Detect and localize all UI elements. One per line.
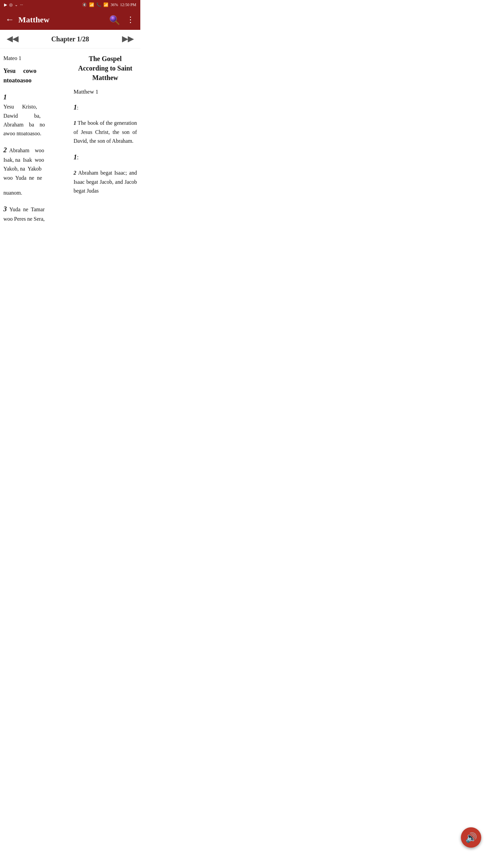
prev-chapter-button[interactable]: ◀◀ <box>7 35 18 43</box>
back-button[interactable]: ← <box>5 15 14 25</box>
left-verse-2: 2 Abraham woo Isak, na Isak woo Yakob, n… <box>3 144 67 182</box>
right-section-marker: 1: <box>74 152 137 162</box>
ellipsis-icon: ··· <box>20 2 23 7</box>
right-verse-1-header: 1: <box>74 102 137 113</box>
app-bar-right: ⋮ <box>107 13 135 26</box>
youtube-icon: ▶ <box>4 2 7 7</box>
left-verse-3: 3 Yuda ne Tamar woo Peres ne Sera, <box>3 203 67 223</box>
wifi-icon: 📶 <box>89 2 94 7</box>
right-verse-1-num: 1 <box>74 103 77 111</box>
content-area: Mateo 1 Yesu cowontoatoasoo 1 Yesu Krist… <box>0 48 140 235</box>
search-button[interactable] <box>107 13 121 26</box>
left-verse-3-num: 3 <box>3 205 7 213</box>
search-icon <box>108 14 120 26</box>
right-verse-2-num-inline: 2 <box>74 170 76 176</box>
chapter-label: Chapter 1/28 <box>51 35 89 43</box>
right-verse-2-text: 2 Abraham begat Isaac; and Isaac begat J… <box>74 169 137 195</box>
right-verse-2-body: 2 Abraham begat Isaac; and Isaac begat J… <box>74 169 137 195</box>
right-book-title: The GospelAccording to SaintMatthew <box>74 54 137 82</box>
left-column: Mateo 1 Yesu cowontoatoasoo 1 Yesu Krist… <box>3 54 69 230</box>
left-verse-1-num: 1 <box>3 93 7 101</box>
right-verse-1-colon: : <box>77 105 78 111</box>
left-verse-3-body: 3 Yuda ne Tamar woo Peres ne Sera, <box>3 203 67 223</box>
signal-icon: 📶 <box>103 2 108 7</box>
chapter-navigation: ◀◀ Chapter 1/28 ▶▶ <box>0 30 140 48</box>
time-display: 12:50 PM <box>120 2 136 7</box>
mute-icon: 🔇 <box>82 2 87 7</box>
app-bar-left: ← Matthew <box>5 15 49 25</box>
right-verse-1-text: 1 The book of the generation of Jesus Ch… <box>74 119 137 145</box>
battery-level: 36% <box>110 2 118 7</box>
more-options-button[interactable]: ⋮ <box>126 15 135 24</box>
left-verse-2-continuation: nuanom. <box>3 189 67 197</box>
left-verse-2-body: 2 Abraham woo Isak, na Isak woo Yakob, n… <box>3 144 67 182</box>
target-icon: ◎ <box>9 2 13 7</box>
status-bar: ▶ ◎ ⌄ ··· 🔇 📶 📞 📶 36% 12:50 PM <box>0 0 140 9</box>
next-chapter-button[interactable]: ▶▶ <box>122 35 134 43</box>
left-verse-1-body: Yesu Kristo, Dawid ba, Abraham ba no awo… <box>3 102 67 138</box>
right-verse-1-body: 1 The book of the generation of Jesus Ch… <box>74 119 137 145</box>
right-section-colon: : <box>77 154 79 161</box>
phone-icon: 📞 <box>96 2 101 7</box>
status-left-icons: ▶ ◎ ⌄ ··· <box>4 2 23 7</box>
right-column: The GospelAccording to SaintMatthew Matt… <box>72 54 137 230</box>
left-intro-text: Yesu cowontoatoasoo <box>3 67 37 84</box>
left-verse-1: 1 Yesu Kristo, Dawid ba, Abraham ba no a… <box>3 92 67 138</box>
app-bar: ← Matthew ⋮ <box>0 9 140 30</box>
left-verse-2-num: 2 <box>3 146 7 154</box>
down-icon: ⌄ <box>15 2 18 7</box>
svg-line-2 <box>116 21 119 24</box>
status-right-icons: 🔇 📶 📞 📶 36% 12:50 PM <box>82 2 136 7</box>
right-section-num: 1 <box>74 153 77 161</box>
page-title: Matthew <box>18 15 49 24</box>
left-book-title: Mateo 1 <box>3 54 67 63</box>
left-intro: Yesu cowontoatoasoo <box>3 66 67 86</box>
right-chapter-subtitle: Matthew 1 <box>74 87 137 96</box>
right-verse-1-num-inline: 1 <box>74 120 76 126</box>
